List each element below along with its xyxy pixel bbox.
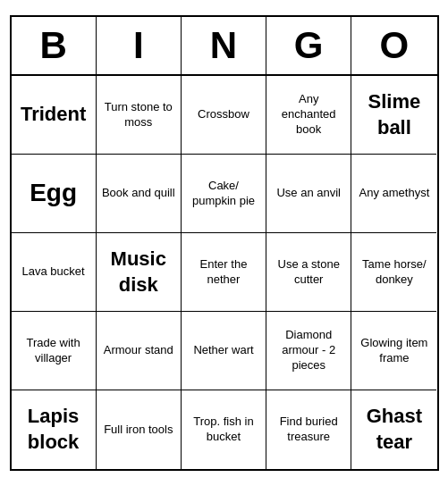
bingo-cell-15: Trade with villager — [12, 312, 97, 390]
bingo-letter-o: O — [351, 17, 436, 74]
bingo-cell-5: Egg — [12, 155, 97, 233]
bingo-cell-21: Full iron tools — [97, 390, 182, 469]
bingo-cell-14: Tame horse/ donkey — [351, 233, 436, 312]
bingo-cell-0: Trident — [12, 76, 97, 155]
bingo-cell-13: Use a stone cutter — [266, 233, 351, 312]
bingo-cell-11: Music disk — [97, 233, 182, 312]
bingo-cell-10: Lava bucket — [12, 233, 97, 312]
bingo-cell-18: Diamond armour - 2 pieces — [266, 312, 351, 390]
bingo-cell-2: Crossbow — [182, 76, 266, 155]
bingo-cell-16: Armour stand — [97, 312, 182, 390]
bingo-grid: TridentTurn stone to mossCrossbowAny enc… — [12, 76, 437, 469]
bingo-letter-g: G — [266, 17, 351, 74]
bingo-cell-12: Enter the nether — [182, 233, 266, 312]
bingo-cell-7: Cake/ pumpkin pie — [182, 155, 266, 233]
bingo-header: BINGO — [12, 17, 437, 76]
bingo-cell-1: Turn stone to moss — [97, 76, 182, 155]
bingo-cell-17: Nether wart — [182, 312, 266, 390]
bingo-letter-i: I — [97, 17, 182, 74]
bingo-cell-19: Glowing item frame — [351, 312, 436, 390]
bingo-letter-b: B — [12, 17, 97, 74]
bingo-letter-n: N — [182, 17, 266, 74]
bingo-cell-23: Find buried treasure — [266, 390, 351, 469]
bingo-cell-6: Book and quill — [97, 155, 182, 233]
bingo-card: BINGO TridentTurn stone to mossCrossbowA… — [10, 15, 439, 471]
bingo-cell-9: Any amethyst — [351, 155, 436, 233]
bingo-cell-3: Any enchanted book — [266, 76, 351, 155]
bingo-cell-20: Lapis block — [12, 390, 97, 469]
bingo-cell-22: Trop. fish in bucket — [182, 390, 266, 469]
bingo-cell-4: Slime ball — [351, 76, 436, 155]
bingo-cell-8: Use an anvil — [266, 155, 351, 233]
bingo-cell-24: Ghast tear — [351, 390, 436, 469]
